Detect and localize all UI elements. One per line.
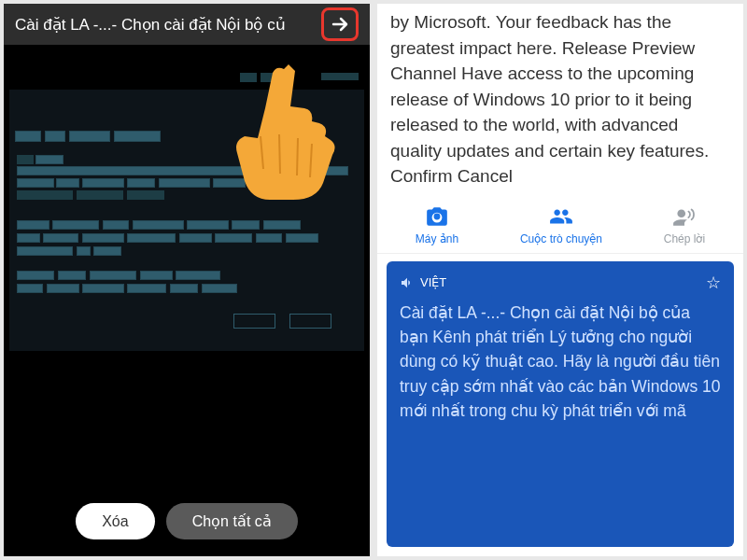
clear-button[interactable]: Xóa <box>76 503 154 539</box>
voice-icon <box>672 204 697 229</box>
translation-header: VIỆT ☆ <box>400 273 721 293</box>
camera-translate-panel: Cài đặt LA -...- Chọn cài đặt Nội bộ củ <box>4 4 370 556</box>
translation-card: VIỆT ☆ Cài đặt LA -...- Chọn cài đặt Nội… <box>387 261 734 547</box>
detected-text-header: Cài đặt LA -...- Chọn cài đặt Nội bộ củ <box>4 4 370 45</box>
camera-image-area: Xóa Chọn tất cả <box>4 45 370 556</box>
tab-label: Máy ảnh <box>416 232 458 245</box>
target-language[interactable]: VIỆT <box>400 275 446 290</box>
tab-transcribe[interactable]: Chép lời <box>664 204 705 245</box>
tab-camera[interactable]: Máy ảnh <box>416 204 458 245</box>
selection-buttons: Xóa Chọn tất cả <box>4 503 370 539</box>
arrow-right-icon <box>329 13 351 35</box>
detected-text-title: Cài đặt LA -...- Chọn cài đặt Nội bộ củ <box>15 15 286 35</box>
pointing-hand-icon <box>218 62 340 202</box>
language-label: VIỆT <box>420 275 446 289</box>
translate-text-panel: by Microsoft. Your feedback has the grea… <box>377 4 743 556</box>
source-text[interactable]: by Microsoft. Your feedback has the grea… <box>377 4 743 195</box>
input-mode-tabs: Máy ảnh Cuộc trò chuyện Chép lời <box>377 195 743 254</box>
tab-conversation[interactable]: Cuộc trò chuyện <box>520 204 602 245</box>
translation-text[interactable]: Cài đặt LA -...- Chọn cài đặt Nội bộ của… <box>400 301 721 423</box>
tab-label: Cuộc trò chuyện <box>520 232 602 245</box>
star-icon[interactable]: ☆ <box>706 273 721 293</box>
select-all-button[interactable]: Chọn tất cả <box>166 503 298 539</box>
svg-point-0 <box>677 209 685 217</box>
tab-label: Chép lời <box>664 232 705 245</box>
camera-icon <box>425 204 449 229</box>
speaker-icon <box>400 275 415 290</box>
people-icon <box>549 204 573 229</box>
forward-arrow-button[interactable] <box>321 7 359 41</box>
